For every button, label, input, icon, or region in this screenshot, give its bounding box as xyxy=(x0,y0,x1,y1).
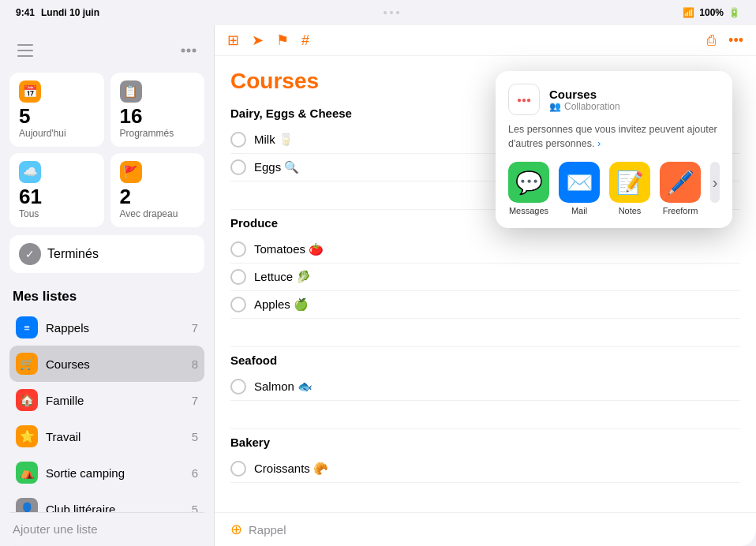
travail-icon: ⭐ xyxy=(16,425,38,447)
dot3 xyxy=(396,11,399,14)
sidebar-item-courses[interactable]: 🛒 Courses 8 xyxy=(9,346,204,382)
list-row: Apples 🍏 xyxy=(230,291,740,319)
chevron-right-icon: › xyxy=(597,138,601,149)
club-count: 5 xyxy=(192,503,198,513)
sortie-name: Sortie camping xyxy=(46,466,184,480)
scheduled-icon: 📋 xyxy=(120,80,142,103)
battery: 100% xyxy=(699,7,724,18)
main-footer: ⊕ Rappel xyxy=(215,512,756,546)
checkbox-apples[interactable] xyxy=(230,297,246,312)
share-popup-header: ● ● ● Courses 👥 Collaboration xyxy=(508,84,720,115)
freeform-label: Freeform xyxy=(663,206,698,215)
travail-count: 5 xyxy=(192,430,198,443)
sidebar: 📅 5 Aujourd'hui 📋 16 Programmés ☁️ 61 To… xyxy=(0,25,215,546)
sidebar-item-travail[interactable]: ⭐ Travail 5 xyxy=(9,418,204,454)
sidebar-item-rappels[interactable]: ≡ Rappels 7 xyxy=(9,309,204,346)
sidebar-toggle-button[interactable] xyxy=(13,38,38,63)
club-icon: 👤 xyxy=(16,498,38,512)
list-row-empty-produce xyxy=(230,319,740,347)
termines-section[interactable]: ✓ Terminés xyxy=(9,235,204,273)
toolbar-share-icon[interactable]: ⎙ xyxy=(707,32,716,49)
sidebar-more-button[interactable] xyxy=(176,38,201,63)
share-popup-subtitle: 👥 Collaboration xyxy=(549,101,620,112)
smart-lists: 📅 5 Aujourd'hui 📋 16 Programmés ☁️ 61 To… xyxy=(9,73,204,227)
all-icon: ☁️ xyxy=(19,161,41,183)
status-bar-left: 9:41 Lundi 10 juin xyxy=(16,7,99,18)
smart-list-today[interactable]: 📅 5 Aujourd'hui xyxy=(9,73,104,147)
top-center-dots xyxy=(384,11,399,14)
share-popup-list-icon: ● ● ● xyxy=(508,84,540,115)
checkbox-lettuce[interactable] xyxy=(230,269,246,285)
checkbox-salmon[interactable] xyxy=(230,379,246,395)
main-toolbar: ⊞ ➤ ⚑ # ⎙ ••• xyxy=(215,25,756,56)
wifi-icon: 📶 xyxy=(683,7,694,18)
section-seafood-title: Seafood xyxy=(230,353,740,367)
checkbox-croissants[interactable] xyxy=(230,461,246,477)
today-count: 5 xyxy=(19,106,95,126)
mail-icon: ✉️ xyxy=(559,162,600,203)
share-app-more[interactable]: › xyxy=(710,162,720,203)
share-popup-title: Courses xyxy=(549,88,620,101)
share-app-freeform[interactable]: 🖊️ Freeform xyxy=(660,162,701,215)
mes-listes-title: Mes listes xyxy=(9,286,204,309)
notes-icon: 📝 xyxy=(609,162,650,203)
flagged-icon: 🚩 xyxy=(120,161,142,183)
item-apples: Apples 🍏 xyxy=(254,297,309,312)
flagged-count: 2 xyxy=(120,186,196,207)
smart-list-scheduled[interactable]: 📋 16 Programmés xyxy=(110,73,205,147)
courses-name: Courses xyxy=(46,357,184,371)
svg-rect-0 xyxy=(17,44,33,46)
list-items: ≡ Rappels 7 🛒 Courses 8 🏠 Famille 7 ⭐ Tr… xyxy=(9,309,204,512)
share-popup: ● ● ● Courses 👥 Collaboration Les person… xyxy=(496,71,732,228)
battery-icon: 🔋 xyxy=(728,7,740,18)
list-row-empty-seafood xyxy=(230,401,740,429)
share-app-mail[interactable]: ✉️ Mail xyxy=(559,162,600,215)
collaboration-label: Collaboration xyxy=(564,101,620,112)
termines-label: Terminés xyxy=(47,247,99,261)
sidebar-item-sortie[interactable]: ⛺ Sortie camping 6 xyxy=(9,454,204,491)
share-app-messages[interactable]: 💬 Messages xyxy=(508,162,549,215)
checkbox-tomatoes[interactable] xyxy=(230,241,246,257)
scheduled-count: 16 xyxy=(120,106,196,126)
item-lettuce: Lettuce 🥬 xyxy=(254,270,311,284)
dot2 xyxy=(390,11,393,14)
checkbox-eggs[interactable] xyxy=(230,159,246,175)
sortie-count: 6 xyxy=(192,466,198,480)
item-salmon: Salmon 🐟 xyxy=(254,380,313,394)
share-popup-description: Les personnes que vous invitez peuvent a… xyxy=(508,123,720,151)
courses-count: 8 xyxy=(192,357,198,371)
smart-list-flagged[interactable]: 🚩 2 Avec drapeau xyxy=(110,153,205,227)
messages-icon: 💬 xyxy=(508,162,549,203)
checkbox-milk[interactable] xyxy=(230,132,246,148)
sidebar-footer: Ajouter une liste xyxy=(9,512,204,546)
share-apps: 💬 Messages ✉️ Mail 📝 Notes 🖊️ Freeform › xyxy=(508,162,720,215)
dot1 xyxy=(384,11,387,14)
add-list-button[interactable]: Ajouter une liste xyxy=(13,522,98,536)
today-label: Aujourd'hui xyxy=(19,128,95,139)
scheduled-label: Programmés xyxy=(120,128,196,139)
toolbar-tag-icon[interactable]: # xyxy=(301,32,309,49)
toolbar-grid-icon[interactable]: ⊞ xyxy=(227,32,239,49)
sidebar-item-club[interactable]: 👤 Club littéraire 5 xyxy=(9,491,204,512)
famille-count: 7 xyxy=(192,394,198,407)
mail-label: Mail xyxy=(571,206,587,215)
toolbar-flag-icon[interactable]: ⚑ xyxy=(276,32,289,49)
item-milk: Milk 🥛 xyxy=(254,133,294,147)
svg-point-4 xyxy=(187,49,191,53)
notes-label: Notes xyxy=(619,206,642,215)
rappel-button[interactable]: Rappel xyxy=(249,523,286,537)
toolbar-more-icon[interactable]: ••• xyxy=(728,32,743,49)
date: Lundi 10 juin xyxy=(41,7,99,18)
list-row: Lettuce 🥬 xyxy=(230,264,740,291)
sidebar-item-famille[interactable]: 🏠 Famille 7 xyxy=(9,382,204,418)
smart-list-all[interactable]: ☁️ 61 Tous xyxy=(9,153,104,227)
status-bar: 9:41 Lundi 10 juin 📶 100% 🔋 xyxy=(0,0,756,25)
add-rappel-icon[interactable]: ⊕ xyxy=(230,521,242,538)
share-app-notes[interactable]: 📝 Notes xyxy=(609,162,650,215)
share-popup-info: Courses 👥 Collaboration xyxy=(549,88,620,112)
toolbar-location-icon[interactable]: ➤ xyxy=(252,32,264,49)
rappels-icon: ≡ xyxy=(16,316,38,338)
toolbar-left: ⊞ ➤ ⚑ # xyxy=(227,32,309,49)
people-icon: 👥 xyxy=(549,101,561,112)
svg-rect-2 xyxy=(17,55,33,57)
